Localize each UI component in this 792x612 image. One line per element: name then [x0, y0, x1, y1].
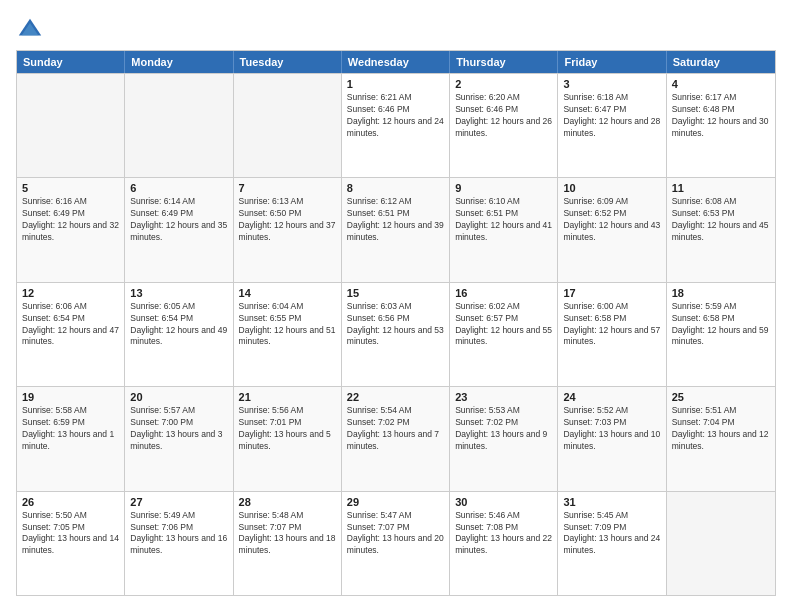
header-day-saturday: Saturday	[667, 51, 775, 73]
day-number: 18	[672, 287, 770, 299]
cell-info: Sunrise: 6:04 AMSunset: 6:55 PMDaylight:…	[239, 301, 336, 349]
cal-cell: 23Sunrise: 5:53 AMSunset: 7:02 PMDayligh…	[450, 387, 558, 490]
cal-cell: 28Sunrise: 5:48 AMSunset: 7:07 PMDayligh…	[234, 492, 342, 595]
cell-info: Sunrise: 5:59 AMSunset: 6:58 PMDaylight:…	[672, 301, 770, 349]
cal-cell: 26Sunrise: 5:50 AMSunset: 7:05 PMDayligh…	[17, 492, 125, 595]
calendar: SundayMondayTuesdayWednesdayThursdayFrid…	[16, 50, 776, 596]
cal-cell: 9Sunrise: 6:10 AMSunset: 6:51 PMDaylight…	[450, 178, 558, 281]
header-day-monday: Monday	[125, 51, 233, 73]
week-row-1: 1Sunrise: 6:21 AMSunset: 6:46 PMDaylight…	[17, 73, 775, 177]
cal-cell: 27Sunrise: 5:49 AMSunset: 7:06 PMDayligh…	[125, 492, 233, 595]
cal-cell: 12Sunrise: 6:06 AMSunset: 6:54 PMDayligh…	[17, 283, 125, 386]
cell-info: Sunrise: 6:16 AMSunset: 6:49 PMDaylight:…	[22, 196, 119, 244]
header-day-thursday: Thursday	[450, 51, 558, 73]
day-number: 13	[130, 287, 227, 299]
cal-cell: 17Sunrise: 6:00 AMSunset: 6:58 PMDayligh…	[558, 283, 666, 386]
cal-cell: 22Sunrise: 5:54 AMSunset: 7:02 PMDayligh…	[342, 387, 450, 490]
day-number: 2	[455, 78, 552, 90]
cal-cell: 7Sunrise: 6:13 AMSunset: 6:50 PMDaylight…	[234, 178, 342, 281]
cell-info: Sunrise: 6:02 AMSunset: 6:57 PMDaylight:…	[455, 301, 552, 349]
cal-cell	[234, 74, 342, 177]
cell-info: Sunrise: 5:47 AMSunset: 7:07 PMDaylight:…	[347, 510, 444, 558]
day-number: 22	[347, 391, 444, 403]
calendar-header: SundayMondayTuesdayWednesdayThursdayFrid…	[17, 51, 775, 73]
day-number: 8	[347, 182, 444, 194]
day-number: 31	[563, 496, 660, 508]
cell-info: Sunrise: 6:06 AMSunset: 6:54 PMDaylight:…	[22, 301, 119, 349]
cell-info: Sunrise: 5:46 AMSunset: 7:08 PMDaylight:…	[455, 510, 552, 558]
page: SundayMondayTuesdayWednesdayThursdayFrid…	[0, 0, 792, 612]
day-number: 1	[347, 78, 444, 90]
cell-info: Sunrise: 6:10 AMSunset: 6:51 PMDaylight:…	[455, 196, 552, 244]
cell-info: Sunrise: 6:21 AMSunset: 6:46 PMDaylight:…	[347, 92, 444, 140]
cal-cell	[667, 492, 775, 595]
day-number: 17	[563, 287, 660, 299]
cell-info: Sunrise: 5:56 AMSunset: 7:01 PMDaylight:…	[239, 405, 336, 453]
week-row-2: 5Sunrise: 6:16 AMSunset: 6:49 PMDaylight…	[17, 177, 775, 281]
cell-info: Sunrise: 5:49 AMSunset: 7:06 PMDaylight:…	[130, 510, 227, 558]
cell-info: Sunrise: 6:05 AMSunset: 6:54 PMDaylight:…	[130, 301, 227, 349]
header-day-sunday: Sunday	[17, 51, 125, 73]
cell-info: Sunrise: 6:13 AMSunset: 6:50 PMDaylight:…	[239, 196, 336, 244]
cell-info: Sunrise: 6:03 AMSunset: 6:56 PMDaylight:…	[347, 301, 444, 349]
cell-info: Sunrise: 6:18 AMSunset: 6:47 PMDaylight:…	[563, 92, 660, 140]
cal-cell: 1Sunrise: 6:21 AMSunset: 6:46 PMDaylight…	[342, 74, 450, 177]
day-number: 6	[130, 182, 227, 194]
day-number: 12	[22, 287, 119, 299]
day-number: 28	[239, 496, 336, 508]
cal-cell	[125, 74, 233, 177]
header-day-friday: Friday	[558, 51, 666, 73]
day-number: 23	[455, 391, 552, 403]
cell-info: Sunrise: 6:09 AMSunset: 6:52 PMDaylight:…	[563, 196, 660, 244]
cal-cell: 25Sunrise: 5:51 AMSunset: 7:04 PMDayligh…	[667, 387, 775, 490]
day-number: 16	[455, 287, 552, 299]
cal-cell: 4Sunrise: 6:17 AMSunset: 6:48 PMDaylight…	[667, 74, 775, 177]
cell-info: Sunrise: 5:45 AMSunset: 7:09 PMDaylight:…	[563, 510, 660, 558]
cal-cell: 18Sunrise: 5:59 AMSunset: 6:58 PMDayligh…	[667, 283, 775, 386]
cal-cell: 13Sunrise: 6:05 AMSunset: 6:54 PMDayligh…	[125, 283, 233, 386]
day-number: 19	[22, 391, 119, 403]
day-number: 3	[563, 78, 660, 90]
cal-cell: 2Sunrise: 6:20 AMSunset: 6:46 PMDaylight…	[450, 74, 558, 177]
cell-info: Sunrise: 5:54 AMSunset: 7:02 PMDaylight:…	[347, 405, 444, 453]
cal-cell: 31Sunrise: 5:45 AMSunset: 7:09 PMDayligh…	[558, 492, 666, 595]
cal-cell: 29Sunrise: 5:47 AMSunset: 7:07 PMDayligh…	[342, 492, 450, 595]
cal-cell: 19Sunrise: 5:58 AMSunset: 6:59 PMDayligh…	[17, 387, 125, 490]
day-number: 9	[455, 182, 552, 194]
week-row-3: 12Sunrise: 6:06 AMSunset: 6:54 PMDayligh…	[17, 282, 775, 386]
cal-cell: 5Sunrise: 6:16 AMSunset: 6:49 PMDaylight…	[17, 178, 125, 281]
week-row-4: 19Sunrise: 5:58 AMSunset: 6:59 PMDayligh…	[17, 386, 775, 490]
cal-cell: 8Sunrise: 6:12 AMSunset: 6:51 PMDaylight…	[342, 178, 450, 281]
cell-info: Sunrise: 6:08 AMSunset: 6:53 PMDaylight:…	[672, 196, 770, 244]
day-number: 11	[672, 182, 770, 194]
cal-cell: 3Sunrise: 6:18 AMSunset: 6:47 PMDaylight…	[558, 74, 666, 177]
day-number: 14	[239, 287, 336, 299]
cal-cell	[17, 74, 125, 177]
cell-info: Sunrise: 6:20 AMSunset: 6:46 PMDaylight:…	[455, 92, 552, 140]
day-number: 4	[672, 78, 770, 90]
day-number: 21	[239, 391, 336, 403]
day-number: 29	[347, 496, 444, 508]
cell-info: Sunrise: 6:00 AMSunset: 6:58 PMDaylight:…	[563, 301, 660, 349]
cal-cell: 21Sunrise: 5:56 AMSunset: 7:01 PMDayligh…	[234, 387, 342, 490]
header	[16, 16, 776, 44]
day-number: 30	[455, 496, 552, 508]
cal-cell: 16Sunrise: 6:02 AMSunset: 6:57 PMDayligh…	[450, 283, 558, 386]
cal-cell: 11Sunrise: 6:08 AMSunset: 6:53 PMDayligh…	[667, 178, 775, 281]
cell-info: Sunrise: 5:58 AMSunset: 6:59 PMDaylight:…	[22, 405, 119, 453]
logo	[16, 16, 48, 44]
cell-info: Sunrise: 6:17 AMSunset: 6:48 PMDaylight:…	[672, 92, 770, 140]
cal-cell: 10Sunrise: 6:09 AMSunset: 6:52 PMDayligh…	[558, 178, 666, 281]
day-number: 24	[563, 391, 660, 403]
cell-info: Sunrise: 5:50 AMSunset: 7:05 PMDaylight:…	[22, 510, 119, 558]
cal-cell: 15Sunrise: 6:03 AMSunset: 6:56 PMDayligh…	[342, 283, 450, 386]
week-row-5: 26Sunrise: 5:50 AMSunset: 7:05 PMDayligh…	[17, 491, 775, 595]
cell-info: Sunrise: 5:52 AMSunset: 7:03 PMDaylight:…	[563, 405, 660, 453]
day-number: 20	[130, 391, 227, 403]
day-number: 7	[239, 182, 336, 194]
cal-cell: 20Sunrise: 5:57 AMSunset: 7:00 PMDayligh…	[125, 387, 233, 490]
cell-info: Sunrise: 6:12 AMSunset: 6:51 PMDaylight:…	[347, 196, 444, 244]
header-day-wednesday: Wednesday	[342, 51, 450, 73]
cell-info: Sunrise: 6:14 AMSunset: 6:49 PMDaylight:…	[130, 196, 227, 244]
logo-icon	[16, 16, 44, 44]
